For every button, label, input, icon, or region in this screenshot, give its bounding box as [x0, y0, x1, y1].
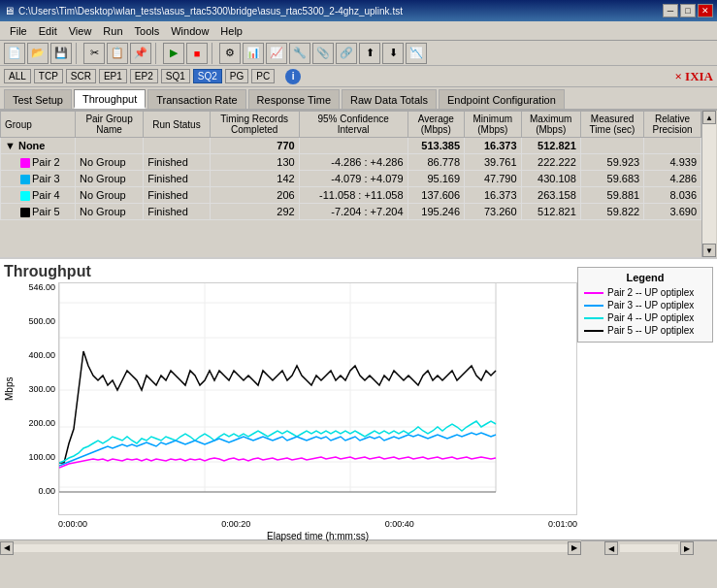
menu-item-file[interactable]: File — [4, 23, 33, 39]
open-button[interactable]: 📂 — [27, 43, 49, 64]
tb-btn-extra8[interactable]: ⬇ — [382, 43, 404, 64]
th-maximum: Maximum(Mbps) — [521, 112, 580, 138]
minimize-button[interactable]: ─ — [663, 4, 678, 17]
legend-scroll[interactable]: ◀ ▶ — [581, 540, 717, 556]
td-confidence: -11.058 : +11.058 — [299, 187, 407, 204]
td-run-status: Finished — [144, 171, 210, 187]
tab-test-setup[interactable]: Test Setup — [4, 89, 72, 109]
scroll-left-arrow[interactable]: ◀ — [0, 541, 14, 555]
tab-throughput[interactable]: Throughput — [74, 89, 146, 109]
scroll-up-arrow[interactable]: ▲ — [702, 111, 716, 124]
menu-item-edit[interactable]: Edit — [33, 23, 63, 39]
x-axis-label: Elapsed time (h:mm:ss) — [58, 531, 577, 541]
proto-tab-all[interactable]: ALL — [4, 69, 31, 83]
td-pair-group-name: No Group — [75, 171, 143, 187]
td-confidence: -7.204 : +7.204 — [299, 204, 407, 220]
td-minimum: 73.260 — [465, 204, 522, 220]
app-icon: 🖥 — [4, 5, 15, 16]
td-relative-precision: 8.036 — [644, 187, 701, 204]
legend-items: Pair 2 -- UP optiplexPair 3 -- UP optipl… — [584, 287, 706, 336]
td-average: 86.778 — [407, 154, 465, 171]
x-tick-1: 0:00:20 — [221, 519, 250, 529]
cut-button[interactable]: ✂ — [83, 43, 105, 64]
copy-button[interactable]: 📋 — [107, 43, 128, 64]
th-minimum: Minimum(Mbps) — [465, 112, 522, 138]
close-button[interactable]: ✕ — [698, 4, 713, 17]
window-title: C:\Users\Tim\Desktop\wlan_tests\asus_rta… — [18, 6, 403, 16]
td-run-status: Finished — [144, 154, 210, 171]
tb-btn-extra1[interactable]: ⚙ — [219, 43, 241, 64]
legend-scroll-left[interactable]: ◀ — [604, 541, 618, 555]
paste-button[interactable]: 📌 — [130, 43, 151, 64]
proto-tab-tcp[interactable]: TCP — [34, 69, 63, 83]
tb-btn-extra3[interactable]: 📈 — [266, 43, 287, 64]
td-pair-group-name — [75, 138, 143, 154]
tb-btn-extra6[interactable]: 🔗 — [336, 43, 357, 64]
menu-item-window[interactable]: Window — [165, 23, 214, 39]
scroll-track-v[interactable] — [702, 124, 716, 244]
td-pair-group-name: No Group — [75, 187, 143, 204]
table-row: Pair 4No GroupFinished206-11.058 : +11.0… — [1, 187, 701, 204]
legend-scroll-track[interactable] — [620, 544, 678, 552]
tb-btn-extra2[interactable]: 📊 — [243, 43, 264, 64]
menu-item-view[interactable]: View — [63, 23, 98, 39]
y-ticks: 546.00 500.00 400.00 300.00 200.00 100.0… — [19, 282, 58, 496]
legend-item: Pair 3 -- UP optiplex — [584, 300, 706, 310]
y-tick-1: 500.00 — [19, 316, 55, 326]
td-group: Pair 5 — [1, 204, 76, 220]
data-table: Group Pair GroupName Run Status Timing R… — [0, 111, 701, 220]
th-relative: RelativePrecision — [644, 112, 701, 138]
tb-btn-extra7[interactable]: ⬆ — [359, 43, 380, 64]
proto-tab-sq2[interactable]: SQ2 — [193, 69, 222, 83]
proto-tab-scr[interactable]: SCR — [66, 69, 96, 83]
expand-icon[interactable]: ▼ — [5, 140, 18, 151]
tab-raw-data-totals[interactable]: Raw Data Totals — [342, 89, 437, 109]
tb-btn-extra5[interactable]: 📎 — [312, 43, 334, 64]
tb-btn-extra4[interactable]: 🔧 — [289, 43, 310, 64]
legend-scroll-right[interactable]: ▶ — [680, 541, 694, 555]
legend-color-line — [584, 292, 603, 294]
tab-endpoint-configuration[interactable]: Endpoint Configuration — [439, 89, 565, 109]
maximize-button[interactable]: □ — [680, 4, 696, 17]
legend-label: Pair 5 -- UP optiplex — [607, 325, 694, 336]
chart-title: Throughput — [4, 263, 577, 280]
save-button[interactable]: 💾 — [50, 43, 72, 64]
proto-tab-ep2[interactable]: EP2 — [130, 69, 158, 83]
group-text: Pair 2 — [32, 156, 60, 168]
td-relative-precision: 4.939 — [644, 154, 701, 171]
scroll-right-arrow[interactable]: ▶ — [568, 541, 581, 555]
chart-hscroll[interactable]: ◀ ▶ ◀ ▶ — [0, 539, 717, 555]
td-minimum: 47.790 — [465, 171, 522, 187]
td-average: 95.169 — [407, 171, 465, 187]
td-confidence — [299, 138, 407, 154]
menu-item-run[interactable]: Run — [97, 23, 128, 39]
scroll-h-track[interactable] — [14, 544, 568, 552]
stop-button[interactable]: ■ — [186, 43, 208, 64]
td-measured-time: 59.822 — [580, 204, 643, 220]
td-measured-time: 59.923 — [580, 154, 643, 171]
scroll-down-arrow[interactable]: ▼ — [702, 244, 716, 257]
table-row: Pair 3No GroupFinished142-4.079 : +4.079… — [1, 171, 701, 187]
tab-transaction-rate[interactable]: Transaction Rate — [147, 89, 245, 109]
sep3 — [212, 43, 215, 64]
td-timing-records: 130 — [210, 154, 299, 171]
th-average: Average(Mbps) — [407, 112, 465, 138]
table-scroll-v[interactable]: ▲ ▼ — [701, 111, 717, 257]
run-button[interactable]: ▶ — [163, 43, 184, 64]
info-icon[interactable]: i — [285, 69, 301, 84]
proto-tab-ep1[interactable]: EP1 — [99, 69, 127, 83]
proto-tab-sq1[interactable]: SQ1 — [161, 69, 190, 83]
proto-tab-pg[interactable]: PG — [225, 69, 248, 83]
legend-label: Pair 2 -- UP optiplex — [607, 287, 694, 298]
menu-item-help[interactable]: Help — [214, 23, 248, 39]
tab-response-time[interactable]: Response Time — [248, 89, 340, 109]
proto-tab-pc[interactable]: PC — [251, 69, 275, 83]
menu-item-tools[interactable]: Tools — [129, 23, 166, 39]
new-button[interactable]: 📄 — [4, 43, 25, 64]
row-color-dot — [20, 175, 30, 184]
table-row: Pair 2No GroupFinished130-4.286 : +4.286… — [1, 154, 701, 171]
table-body: ▼ None770513.38516.373512.821Pair 2No Gr… — [1, 138, 701, 220]
td-group: Pair 4 — [1, 187, 76, 204]
ixia-logo: × IXIA — [674, 69, 713, 84]
tb-btn-extra9[interactable]: 📉 — [406, 43, 427, 64]
